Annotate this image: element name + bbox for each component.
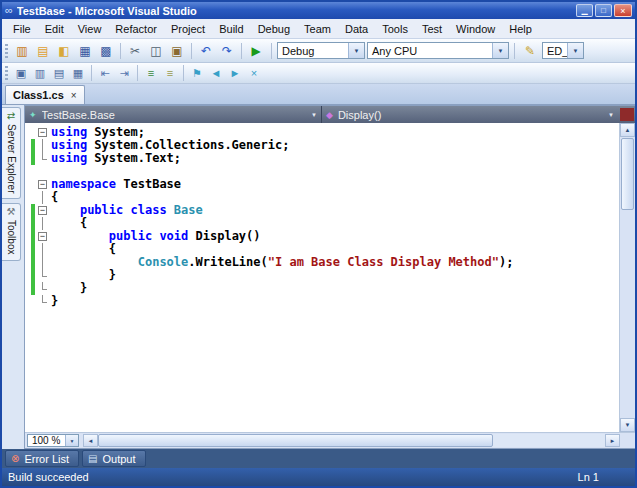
zoom-combo[interactable]: 100 % ▼ — [27, 434, 79, 447]
menu-item-refactor[interactable]: Refactor — [108, 21, 164, 37]
member-list-icon[interactable]: ▣ — [12, 65, 30, 81]
chevron-down-icon[interactable]: ▼ — [608, 112, 614, 118]
scroll-up-icon[interactable]: ▲ — [620, 123, 635, 137]
navigation-bar: ✦ TestBase.Base ▼ ◆ Display() ▼ — [25, 106, 635, 123]
tab-strip: Class1.cs × — [2, 84, 635, 105]
collapse-region-icon[interactable]: − — [38, 232, 47, 241]
open-file-icon[interactable]: ◧ — [54, 42, 74, 60]
close-button[interactable]: × — [614, 4, 632, 17]
members-combo[interactable]: ◆ Display() ▼ — [321, 106, 618, 123]
scroll-right-icon[interactable]: ► — [605, 434, 620, 447]
code-segment: Base — [174, 203, 203, 217]
main-area: ⇄Server Explorer⚒Toolbox ✦ TestBase.Base… — [2, 105, 635, 449]
menu-item-tools[interactable]: Tools — [375, 21, 415, 37]
word-completion-icon[interactable]: ▦ — [69, 65, 87, 81]
collapse-region-icon[interactable]: − — [38, 206, 47, 215]
decrease-indent-icon[interactable]: ⇤ — [96, 65, 114, 81]
next-bookmark-icon[interactable]: ► — [226, 65, 244, 81]
fold-margin — [35, 269, 51, 282]
save-all-icon[interactable]: ▩ — [96, 42, 116, 60]
copy-icon[interactable]: ◫ — [146, 42, 166, 60]
sidebar-tab-toolbox[interactable]: ⚒Toolbox — [2, 203, 21, 260]
chevron-down-icon[interactable]: ▼ — [567, 43, 583, 58]
left-tool-strip: ⇄Server Explorer⚒Toolbox — [2, 105, 24, 449]
increase-indent-icon[interactable]: ⇥ — [115, 65, 133, 81]
chevron-down-icon[interactable]: ▼ — [311, 112, 317, 118]
menu-item-debug[interactable]: Debug — [251, 21, 297, 37]
scroll-left-icon[interactable]: ◄ — [83, 434, 98, 447]
code-editor[interactable]: −using System;using System.Collections.G… — [25, 123, 619, 432]
redo-icon[interactable]: ↷ — [217, 42, 237, 60]
toolbar-separator — [183, 65, 184, 81]
horizontal-scrollbar-thumb[interactable] — [98, 434, 493, 447]
fold-margin — [35, 282, 51, 295]
code-segment: ); — [499, 255, 513, 269]
collapse-region-icon[interactable]: − — [38, 128, 47, 137]
toolbar-separator — [514, 43, 515, 59]
cut-icon[interactable]: ✂ — [125, 42, 145, 60]
code-text: using System.Text; — [51, 152, 181, 165]
start-debug-icon[interactable]: ▶ — [246, 42, 266, 60]
find-combo[interactable]: ED_ ▼ — [542, 42, 584, 59]
toolbar-separator — [120, 43, 121, 59]
method-icon: ◆ — [326, 110, 333, 120]
add-item-icon[interactable]: ▤ — [33, 42, 53, 60]
menu-item-project[interactable]: Project — [164, 21, 212, 37]
chevron-down-icon[interactable]: ▼ — [492, 43, 508, 58]
menu-item-build[interactable]: Build — [212, 21, 250, 37]
horizontal-scrollbar[interactable]: ◄ ► — [83, 433, 620, 448]
fold-margin — [35, 217, 51, 230]
chevron-down-icon[interactable]: ▼ — [65, 435, 78, 446]
navbar-corner — [620, 108, 634, 121]
menu-item-team[interactable]: Team — [297, 21, 338, 37]
types-combo[interactable]: ✦ TestBase.Base ▼ — [25, 106, 321, 123]
menu-item-view[interactable]: View — [71, 21, 109, 37]
comment-icon[interactable]: ≡ — [142, 65, 160, 81]
uncomment-icon[interactable]: ≡ — [161, 65, 179, 81]
solution-configurations-combo[interactable]: Debug ▼ — [277, 42, 365, 59]
fold-margin — [35, 256, 51, 269]
output-icon: ▤ — [88, 454, 97, 464]
panel-tab-output[interactable]: ▤Output — [82, 450, 145, 467]
parameter-info-icon[interactable]: ▥ — [31, 65, 49, 81]
horizontal-scrollbar-track[interactable] — [98, 434, 605, 447]
menu-item-test[interactable]: Test — [415, 21, 449, 37]
new-project-icon[interactable]: ▥ — [12, 42, 32, 60]
toggle-bookmark-icon[interactable]: ⚑ — [188, 65, 206, 81]
menu-item-window[interactable]: Window — [449, 21, 502, 37]
vertical-scrollbar-track[interactable] — [620, 211, 635, 418]
toolbar-separator — [137, 65, 138, 81]
minimize-button[interactable]: ▁ — [576, 4, 593, 17]
maximize-button[interactable]: □ — [595, 4, 612, 17]
menu-item-edit[interactable]: Edit — [38, 21, 71, 37]
tab-class1-cs[interactable]: Class1.cs × — [5, 85, 85, 104]
sidebar-tab-label: Toolbox — [6, 220, 17, 254]
sidebar-tab-server-explorer[interactable]: ⇄Server Explorer — [2, 107, 21, 199]
prev-bookmark-icon[interactable]: ◄ — [207, 65, 225, 81]
quick-info-icon[interactable]: ▤ — [50, 65, 68, 81]
fold-margin: − — [35, 230, 51, 243]
code-segment: Console — [138, 255, 189, 269]
scroll-down-icon[interactable]: ▼ — [620, 418, 635, 432]
code-segment: { — [51, 190, 58, 204]
panel-tab-error-list[interactable]: ⊗Error List — [5, 450, 79, 467]
solution-platforms-combo[interactable]: Any CPU ▼ — [367, 42, 509, 59]
find-icon[interactable]: ✎ — [520, 42, 540, 60]
close-tab-icon[interactable]: × — [71, 90, 77, 101]
save-icon[interactable]: ▦ — [75, 42, 95, 60]
status-message: Build succeeded — [8, 471, 578, 483]
clear-bookmarks-icon[interactable]: × — [245, 65, 263, 81]
vs-window: ∞ TestBase - Microsoft Visual Studio ▁ □… — [0, 0, 637, 488]
collapse-region-icon[interactable]: − — [38, 180, 47, 189]
vertical-scrollbar-thumb[interactable] — [621, 138, 634, 210]
menu-item-data[interactable]: Data — [338, 21, 375, 37]
chevron-down-icon[interactable]: ▼ — [348, 43, 364, 58]
undo-icon[interactable]: ↶ — [196, 42, 216, 60]
paste-icon[interactable]: ▣ — [167, 42, 187, 60]
menu-item-file[interactable]: File — [6, 21, 38, 37]
code-segment — [123, 203, 130, 217]
vertical-scrollbar[interactable]: ▲ ▼ — [619, 123, 635, 432]
code-segment: TestBase — [116, 177, 181, 191]
menu-item-help[interactable]: Help — [502, 21, 539, 37]
code-line: } — [25, 295, 619, 308]
